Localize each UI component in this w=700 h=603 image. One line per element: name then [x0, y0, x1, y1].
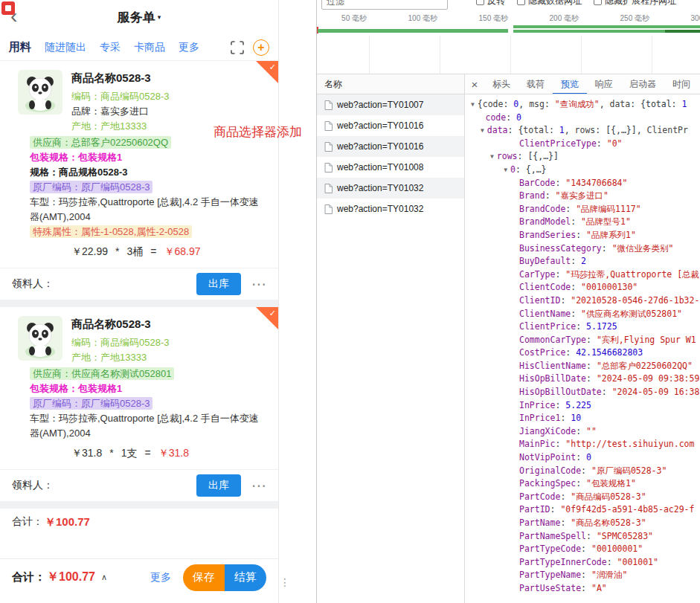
line-total: ￥31.8: [158, 447, 189, 460]
json-tree-line[interactable]: code: 0: [465, 112, 700, 125]
timeline-tick-label: 150 毫秒: [479, 13, 510, 24]
json-tree-line[interactable]: BrandModel: "品牌型号1": [465, 216, 700, 229]
settle-button[interactable]: 结算: [225, 564, 266, 591]
json-tree-line[interactable]: HisClientName: "总部客户02250602QQ": [465, 360, 700, 373]
network-timeline-overview[interactable]: 50 毫秒100 毫秒150 毫秒200 毫秒250 毫秒300 毫秒: [317, 12, 700, 36]
network-request-row[interactable]: web?action=TY01032: [317, 178, 464, 199]
quantity: 1支: [121, 447, 138, 460]
network-request-row[interactable]: web?action=TY01008: [317, 157, 464, 178]
json-tree-line[interactable]: MainPic: "http://test.sihuiyun.com: [465, 438, 700, 451]
selected-badge-icon[interactable]: ✓: [256, 61, 278, 83]
json-tree-line[interactable]: PartTypeName: "润滑油": [465, 569, 700, 582]
product-field: 原厂编码：原厂编码0528-3: [30, 396, 266, 411]
json-tree-line[interactable]: ClientID: "20210528-0546-27d6-1b32-: [465, 294, 700, 308]
json-tree-line[interactable]: BusinessCategory: "微信业务类别": [465, 242, 700, 256]
page-title[interactable]: 服务单 ▾: [118, 9, 161, 26]
product-field: 包装规格：包装规格1: [30, 381, 266, 396]
product-title[interactable]: 商品名称0528-3: [71, 70, 266, 86]
product-image[interactable]: [18, 316, 62, 361]
devtools-tab[interactable]: 响应: [587, 74, 621, 94]
checkbox-icon[interactable]: [476, 0, 484, 5]
json-tree-line[interactable]: PartCode: "商品编码0528-3": [465, 491, 700, 504]
network-request-row[interactable]: web?action=TY01007: [317, 94, 464, 115]
json-tree-line[interactable]: ClientPriceType: "0": [465, 138, 700, 151]
category-tab[interactable]: 用料: [9, 40, 31, 54]
product-card[interactable]: ✓: [0, 61, 278, 300]
json-tree-line[interactable]: ▼data: {total: 1, rows: [{,…}], ClientPr: [465, 124, 700, 138]
category-tab[interactable]: 更多: [179, 41, 199, 54]
json-tree-line[interactable]: OriginalCode: "原厂编码0528-3": [465, 465, 700, 478]
timeline-tick-label: 200 毫秒: [550, 13, 581, 24]
json-tree-line[interactable]: PartTypeCode: "00100001": [465, 543, 700, 556]
json-tree-line[interactable]: HisOpBillOutDate: "2024-05-09 16:38: [465, 386, 700, 399]
json-tree-line[interactable]: PartID: "0f9f42d5-a591-4b85-ac29-f: [465, 503, 700, 517]
json-tree-line[interactable]: PackingSpec: "包装规格1": [465, 477, 700, 491]
selected-badge-icon[interactable]: ✓: [256, 307, 278, 329]
back-button[interactable]: ‹: [10, 4, 17, 28]
category-tab[interactable]: 卡商品: [134, 41, 165, 54]
more-options-icon[interactable]: ⋯: [251, 478, 266, 493]
add-icon[interactable]: +: [253, 39, 269, 56]
devtools-tab[interactable]: 标头: [484, 74, 518, 94]
json-tree-line[interactable]: Brand: "嘉实多进口": [465, 190, 700, 203]
scrollbar-dots-icon[interactable]: ⋮: [280, 576, 290, 588]
checkbox-icon[interactable]: [517, 0, 525, 5]
spacer: [0, 596, 278, 603]
save-button[interactable]: 保存: [183, 564, 225, 591]
product-title[interactable]: 商品名称0528-3: [71, 316, 266, 332]
devtools-tab[interactable]: 载荷: [518, 74, 553, 94]
json-tree-line[interactable]: ▼rows: [{,…}]: [465, 150, 700, 164]
json-tree-line[interactable]: PartName: "商品名称0528-3": [465, 517, 700, 530]
json-tree-line[interactable]: NotVipPoint: 0: [465, 451, 700, 465]
network-request-row[interactable]: web?action=TY01032: [317, 199, 464, 219]
product-card[interactable]: ✓: [0, 307, 278, 501]
devtools-tab[interactable]: 启动器: [621, 74, 664, 94]
more-link[interactable]: 更多: [150, 571, 171, 584]
close-icon[interactable]: ×: [465, 78, 484, 91]
product-image[interactable]: [18, 70, 62, 115]
json-tree-line[interactable]: HisOpBillDate: "2024-05-09 09:38:59: [465, 373, 700, 386]
price-row: ￥31.8 * 1支 = ￥31.8: [0, 441, 278, 469]
json-tree-line[interactable]: BarCode: "1434706684": [465, 177, 700, 190]
json-tree-line[interactable]: InPrice1: 10: [465, 412, 700, 425]
json-tree-line[interactable]: ▼0: {,…}: [465, 164, 700, 177]
json-tree-line[interactable]: BrandSeries: "品牌系列1": [465, 229, 700, 242]
json-tree-line[interactable]: ClientName: "供应商名称测试052801": [465, 308, 700, 321]
product-field: 特殊属性：属性-1-0528,属性-2-0528: [30, 225, 266, 239]
json-tree-line[interactable]: ClientCode: "001000130": [465, 281, 700, 294]
network-request-row[interactable]: web?action=TY01016: [317, 136, 464, 157]
json-tree-line[interactable]: InPrice: 5.225: [465, 399, 700, 413]
json-tree-line[interactable]: BuyDefault: 2: [465, 255, 700, 268]
json-tree-line[interactable]: ▼{code: 0, msg: "查询成功", data: {total: 1: [465, 98, 700, 112]
outbound-button[interactable]: 出库: [196, 273, 241, 295]
network-filter-checkbox[interactable]: 隐藏数据网址: [517, 0, 582, 7]
receiver-label: 领料人：: [12, 479, 54, 492]
json-tree-line[interactable]: ClientPrice: 5.1725: [465, 320, 700, 334]
category-tab[interactable]: 专采: [100, 41, 121, 54]
devtools-tab[interactable]: 预览: [553, 74, 587, 94]
json-tree-line[interactable]: CostPrice: 42.1546682803: [465, 346, 700, 360]
filter-input[interactable]: [321, 0, 448, 10]
subtotal-value: ￥100.77: [45, 515, 90, 529]
json-tree-line[interactable]: PartUseState: "A": [465, 582, 700, 596]
outbound-button[interactable]: 出库: [196, 474, 241, 497]
network-filter-checkbox[interactable]: 隐藏扩展程序网址: [594, 0, 676, 7]
json-tree-line[interactable]: JiangXiCode: "": [465, 425, 700, 439]
json-tree-line[interactable]: CommonCarType: "宾利,Flying Spur W1: [465, 334, 700, 347]
network-name-column-header[interactable]: 名称: [317, 74, 464, 94]
document-icon: [324, 100, 333, 110]
category-tab[interactable]: 随进随出: [45, 41, 86, 54]
scan-icon[interactable]: [231, 41, 244, 54]
network-filter-checkbox[interactable]: 反转: [476, 0, 505, 7]
json-tree-line[interactable]: PartNameSpell: "SPMC05283": [465, 530, 700, 544]
checkbox-icon[interactable]: [594, 0, 602, 5]
json-tree-line[interactable]: CarType: "玛莎拉蒂,Quattroporte [总裁]: [465, 268, 700, 282]
total-value: ￥100.77: [47, 570, 95, 585]
network-request-row[interactable]: web?action=TY01016: [317, 115, 464, 136]
devtools-tab[interactable]: 时间: [664, 74, 699, 94]
json-tree-line[interactable]: BrandCode: "品牌编码1117": [465, 203, 700, 216]
collapse-caret-icon[interactable]: ∧: [101, 573, 107, 582]
json-tree-line[interactable]: PartTypeInnerCode: "001001": [465, 556, 700, 570]
document-icon: [324, 163, 333, 172]
more-options-icon[interactable]: ⋯: [251, 277, 266, 291]
